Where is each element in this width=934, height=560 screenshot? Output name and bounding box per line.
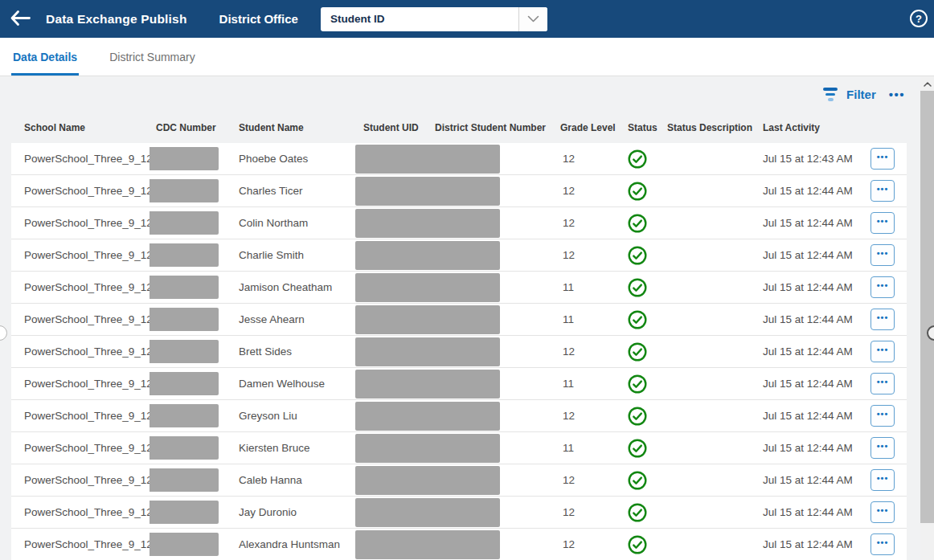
row-actions-button[interactable]: ••• [871,469,895,491]
cell-student-ids [355,177,550,206]
cell-grade-level: 11 [550,313,617,325]
cell-grade-level: 12 [550,506,617,518]
cell-student-ids [355,241,550,270]
redacted-student-uid-and-district-number [355,530,500,559]
category-dropdown[interactable]: Student ID [321,7,547,31]
cell-school-name: PowerSchool_Three_9_12 [11,538,150,550]
redacted-student-uid-and-district-number [355,273,500,302]
row-actions-button[interactable]: ••• [871,180,895,202]
cell-status [617,246,654,265]
row-actions-button[interactable]: ••• [871,244,895,266]
cell-grade-level: 11 [550,442,617,454]
cell-last-activity: Jul 15 at 12:44 AM [749,378,854,390]
redacted-student-uid-and-district-number [355,305,500,334]
cell-actions: ••• [854,180,907,202]
scroll-up-button[interactable] [920,76,934,90]
row-actions-button[interactable]: ••• [871,212,895,234]
cell-status [617,182,654,201]
redacted-student-uid-and-district-number [355,370,500,399]
cell-school-name: PowerSchool_Three_9_12 [11,378,150,390]
help-button[interactable]: ? [910,10,928,27]
col-header-school-name: School Name [11,122,150,133]
table-header-row: School Name CDC Number Student Name Stud… [11,112,907,143]
col-header-district-number: District Student Number [429,122,550,133]
table-row: PowerSchool_Three_9_12 Colin Northam 12 [11,207,907,239]
redacted-cdc-number [150,211,219,235]
row-actions-button[interactable]: ••• [871,533,895,555]
edge-scroll-left-button[interactable] [0,325,7,341]
check-circle-icon [628,374,647,394]
cell-student-ids [355,370,550,399]
table-row: PowerSchool_Three_9_12 Damen Welhouse 11 [11,368,907,400]
row-actions-button[interactable]: ••• [871,341,895,362]
cell-student-ids [355,498,550,527]
cell-grade-level: 12 [550,538,617,550]
cell-student-ids [355,434,550,463]
check-circle-icon [628,214,647,233]
redacted-cdc-number [150,243,219,267]
cell-last-activity: Jul 15 at 12:44 AM [749,345,854,358]
redacted-cdc-number [150,468,219,492]
cell-school-name: PowerSchool_Three_9_12 [11,345,150,358]
row-actions-button[interactable]: ••• [871,437,895,459]
cell-cdc-number [150,404,233,427]
cell-school-name: PowerSchool_Three_9_12 [11,281,150,293]
cell-status [617,407,654,426]
redacted-cdc-number [150,276,219,299]
cell-actions: ••• [854,276,907,298]
cell-status [617,278,654,297]
cell-student-name: Charles Ticer [233,185,355,197]
cell-cdc-number [150,179,233,202]
row-actions-button[interactable]: ••• [871,148,895,170]
cell-cdc-number [150,308,233,331]
check-circle-icon [628,439,647,458]
cell-student-name: Alexandra Huntsman [233,538,355,550]
cell-student-name: Kiersten Bruce [233,442,355,454]
redacted-student-uid-and-district-number [355,434,500,463]
cell-last-activity: Jul 15 at 12:44 AM [749,185,854,197]
cell-actions: ••• [854,309,907,330]
row-actions-button[interactable]: ••• [871,276,895,298]
cell-cdc-number [150,436,233,460]
cell-cdc-number [150,501,233,524]
tab-district-summary[interactable]: District Summary [108,39,197,76]
cell-actions: ••• [854,533,907,555]
toolbar-ellipsis-button[interactable]: ••• [889,88,905,100]
vertical-scrollbar[interactable] [920,76,934,560]
cell-status [617,535,654,554]
cell-school-name: PowerSchool_Three_9_12 [11,313,150,325]
col-header-last-activity: Last Activity [749,122,854,133]
chevron-down-icon [518,7,547,31]
table-row: PowerSchool_Three_9_12 Kiersten Bruce 11 [11,432,907,464]
cell-actions: ••• [854,469,907,491]
scrollbar-thumb[interactable] [920,91,934,523]
row-actions-button[interactable]: ••• [871,373,895,394]
redacted-cdc-number [150,308,219,331]
filter-lines-icon [823,88,838,101]
cell-actions: ••• [854,244,907,266]
row-actions-button[interactable]: ••• [871,501,895,523]
back-button[interactable] [10,10,31,29]
row-actions-button[interactable]: ••• [871,405,895,427]
check-circle-icon [628,503,647,522]
app-window: Data Exchange Publish District Office St… [0,0,934,560]
cell-grade-level: 12 [550,185,617,197]
cell-student-ids [355,305,550,334]
col-header-student-uid: Student UID [355,122,429,133]
cell-student-ids [355,466,550,495]
cell-student-name: Jamison Cheatham [233,281,355,293]
col-header-grade-level: Grade Level [550,122,617,133]
cell-status [617,342,654,362]
redacted-cdc-number [150,501,219,524]
cell-cdc-number [150,372,233,395]
cell-grade-level: 11 [550,378,617,390]
tab-data-details[interactable]: Data Details [11,39,79,76]
filter-button[interactable]: Filter [823,88,876,101]
cell-grade-level: 12 [550,410,617,422]
table-row: PowerSchool_Three_9_12 Brett Sides 12 [11,336,907,368]
check-circle-icon [628,471,647,490]
cell-status [617,214,654,233]
row-actions-button[interactable]: ••• [871,309,895,330]
cell-student-name: Phoebe Oates [233,153,355,165]
redacted-student-uid-and-district-number [355,337,500,366]
